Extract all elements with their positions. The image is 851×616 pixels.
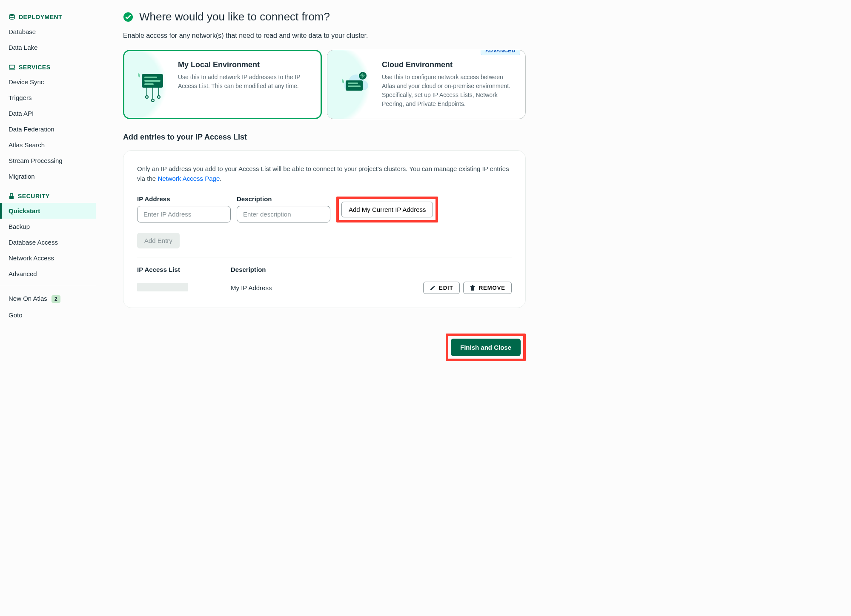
ip-address-input[interactable]	[137, 206, 231, 222]
panel-info-text: Only an IP address you add to your Acces…	[137, 164, 512, 183]
option-desc: Use this to configure network access bet…	[382, 73, 515, 108]
page-subtext: Enable access for any network(s) that ne…	[123, 32, 526, 40]
section-label: DEPLOYMENT	[19, 14, 62, 20]
info-suffix: .	[220, 175, 221, 182]
sidebar-item-backup[interactable]: Backup	[0, 219, 96, 234]
sidebar-item-migration[interactable]: Migration	[0, 168, 96, 184]
section-label: SERVICES	[19, 64, 51, 71]
add-entry-form: IP Address Description Add My Current IP…	[137, 195, 512, 222]
database-stack-icon	[9, 14, 15, 20]
section-deployment-header: DEPLOYMENT	[0, 10, 96, 24]
page-title-row: Where would you like to connect from?	[123, 10, 526, 23]
svg-rect-17	[348, 83, 358, 84]
local-env-illustration-icon	[132, 60, 170, 108]
row-desc: My IP Address	[231, 284, 423, 291]
highlight-annotation: Finish and Close	[446, 334, 526, 361]
finish-and-close-button[interactable]: Finish and Close	[451, 339, 521, 356]
svg-point-13	[152, 99, 154, 102]
description-label: Description	[237, 195, 330, 202]
sidebar-item-data-api[interactable]: Data API	[0, 106, 96, 121]
section-security-header: SECURITY	[0, 189, 96, 203]
svg-rect-1	[9, 65, 14, 68]
add-entry-button[interactable]: Add Entry	[137, 233, 180, 248]
lock-icon	[9, 193, 14, 200]
option-cloud-environment[interactable]: ADVANCED Cloud Environment Use this to c…	[327, 50, 526, 119]
connection-options: My Local Environment Use this to add net…	[123, 50, 526, 119]
sidebar-item-advanced[interactable]: Advanced	[0, 266, 96, 282]
cloud-env-illustration-icon	[336, 60, 374, 108]
add-current-ip-button[interactable]: Add My Current IP Address	[341, 202, 433, 217]
access-list-heading: Add entries to your IP Access List	[123, 133, 526, 142]
edit-label: EDIT	[439, 285, 453, 291]
sidebar-item-network-access[interactable]: Network Access	[0, 250, 96, 266]
sidebar-item-label: New On Atlas	[9, 295, 47, 302]
svg-rect-3	[9, 196, 14, 199]
check-circle-icon	[123, 12, 133, 22]
divider	[137, 257, 512, 257]
advanced-badge: ADVANCED	[481, 50, 520, 55]
footer-actions: Finish and Close	[123, 334, 526, 361]
sidebar-item-stream-processing[interactable]: Stream Processing	[0, 153, 96, 168]
highlight-annotation: Add My Current IP Address	[336, 197, 438, 222]
sidebar-item-quickstart[interactable]: Quickstart	[0, 203, 96, 219]
svg-rect-19	[471, 287, 474, 291]
col-desc-header: Description	[231, 266, 266, 273]
description-input[interactable]	[237, 206, 330, 222]
ip-access-panel: Only an IP address you add to your Acces…	[123, 150, 526, 308]
new-badge: 2	[52, 295, 60, 303]
option-title: Cloud Environment	[382, 60, 515, 69]
main-content: Where would you like to connect from? En…	[96, 0, 543, 616]
sidebar-item-new-on-atlas[interactable]: New On Atlas 2	[0, 291, 96, 307]
sidebar: DEPLOYMENT Database Data Lake SERVICES D…	[0, 0, 96, 616]
section-services-header: SERVICES	[0, 60, 96, 74]
svg-rect-21	[472, 285, 473, 286]
pencil-icon	[430, 285, 436, 291]
col-ip-header: IP Access List	[137, 266, 231, 273]
page-title: Where would you like to connect from?	[139, 10, 330, 23]
remove-button[interactable]: REMOVE	[463, 282, 512, 294]
edit-button[interactable]: EDIT	[423, 282, 460, 294]
ip-redacted	[137, 283, 188, 291]
svg-rect-6	[144, 77, 157, 78]
svg-rect-20	[470, 286, 475, 287]
remove-label: REMOVE	[479, 285, 505, 291]
divider	[0, 286, 96, 286]
svg-point-12	[146, 96, 148, 98]
svg-rect-2	[9, 69, 15, 70]
sidebar-item-goto[interactable]: Goto	[0, 307, 96, 323]
sidebar-item-data-lake[interactable]: Data Lake	[0, 40, 96, 55]
access-list-table-header: IP Access List Description	[137, 266, 512, 273]
sidebar-item-atlas-search[interactable]: Atlas Search	[0, 137, 96, 153]
svg-rect-7	[144, 80, 160, 82]
svg-point-0	[9, 14, 14, 16]
svg-point-14	[158, 96, 160, 98]
svg-rect-18	[348, 86, 361, 87]
sidebar-item-data-federation[interactable]: Data Federation	[0, 121, 96, 137]
table-row: My IP Address EDIT REMOVE	[137, 282, 512, 294]
sidebar-item-database[interactable]: Database	[0, 24, 96, 40]
svg-rect-8	[144, 83, 154, 85]
sidebar-item-database-access[interactable]: Database Access	[0, 234, 96, 250]
sidebar-item-device-sync[interactable]: Device Sync	[0, 74, 96, 90]
network-access-link[interactable]: Network Access Page	[158, 175, 220, 182]
option-local-environment[interactable]: My Local Environment Use this to add net…	[123, 50, 322, 119]
option-title: My Local Environment	[178, 60, 311, 69]
option-desc: Use this to add network IP addresses to …	[178, 73, 311, 91]
ip-address-label: IP Address	[137, 195, 231, 202]
laptop-icon	[9, 64, 15, 71]
sidebar-item-triggers[interactable]: Triggers	[0, 90, 96, 106]
trash-icon	[470, 285, 476, 291]
section-label: SECURITY	[18, 193, 50, 200]
